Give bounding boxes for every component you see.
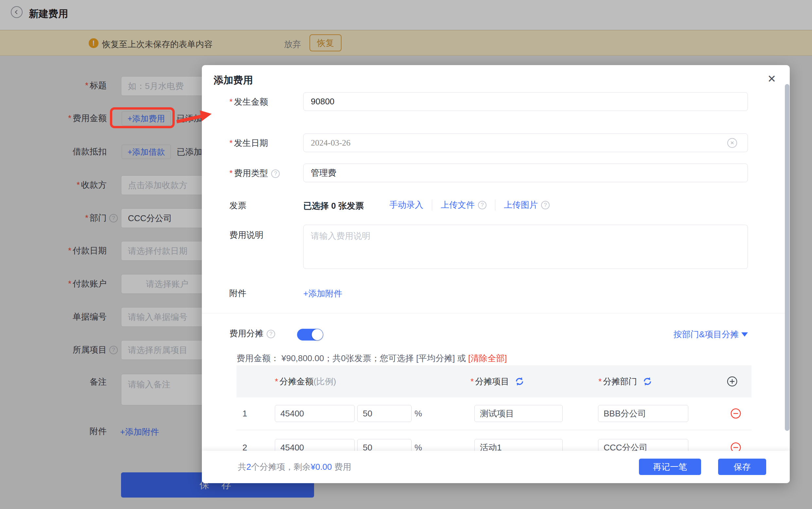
divider: [237, 430, 751, 430]
modal-attachment-label: 附件: [229, 288, 246, 298]
expense-type-select[interactable]: 管理费: [303, 164, 748, 182]
clear-date-icon[interactable]: ✕: [727, 138, 737, 148]
allocation-label: 费用分摊?: [229, 328, 275, 339]
required-star: *: [598, 376, 602, 387]
modal-footer: 共2个分摊项，剩余¥0.00 费用 再记一笔 保存: [202, 451, 790, 483]
refresh-department-icon[interactable]: [642, 376, 653, 387]
plus-circle-icon: [726, 376, 738, 387]
modal-add-attachment-link[interactable]: +添加附件: [303, 288, 342, 299]
upload-file-help-icon[interactable]: ?: [478, 201, 486, 209]
allocation-summary: 费用金额： ¥90,800.00；共0张发票；您可选择 [平均分摊] 或 [清除…: [237, 353, 507, 364]
col-amount-header: * 分摊金额 (比例): [275, 365, 336, 398]
upload-image-help-icon[interactable]: ?: [541, 201, 550, 209]
add-expense-modal: 添加费用 ✕ *发生金额 90800 *发生日期 2024-03-26 ✕ *费…: [202, 65, 790, 483]
remaining-amount: ¥0.00: [310, 462, 332, 472]
allocation-mode-dropdown[interactable]: 按部门&项目分摊: [674, 329, 748, 340]
expense-type-label: *费用类型?: [229, 168, 280, 178]
row-index: 1: [242, 405, 247, 422]
invoice-label: 发票: [229, 200, 246, 211]
occur-date-label: *发生日期: [229, 138, 268, 148]
col-project-header: * 分摊项目: [470, 365, 525, 398]
remove-row-button[interactable]: [730, 408, 741, 419]
arrow-annotation: [174, 108, 216, 128]
col-department-header: * 分摊部门: [598, 365, 653, 398]
ratio-subtitle: (比例): [313, 376, 336, 387]
alloc-ratio-input[interactable]: 50: [357, 405, 412, 422]
invoice-selected-text: 已选择 0 张发票: [303, 200, 364, 212]
required-star: *: [229, 97, 233, 107]
occur-amount-label: *发生金额: [229, 97, 268, 107]
clear-all-link[interactable]: [清除全部]: [468, 353, 507, 363]
screen: 新建费用 ! 恢复至上次未保存的表单内容 放弃 恢复 *标题 如：5月水电费 *…: [0, 0, 812, 509]
alloc-department-input[interactable]: BBB分公司: [598, 405, 688, 422]
close-icon[interactable]: ✕: [765, 72, 778, 86]
divider: [432, 200, 432, 211]
allocation-row: 1 45400 50 % 测试项目 BBB分公司: [237, 405, 751, 422]
allocation-footer-summary: 共2个分摊项，剩余¥0.00 费用: [238, 451, 351, 483]
chevron-down-icon: [741, 332, 748, 337]
required-star: *: [229, 168, 233, 178]
toggle-knob: [312, 329, 323, 340]
occur-date-input[interactable]: 2024-03-26: [303, 133, 748, 152]
modal-save-button[interactable]: 保存: [718, 459, 766, 475]
manual-entry-link[interactable]: 手动录入: [389, 199, 424, 211]
alloc-count: 2: [246, 462, 251, 472]
add-row-button[interactable]: [726, 365, 738, 398]
modal-title: 添加费用: [214, 74, 253, 87]
divider: [202, 313, 790, 313]
required-star: *: [229, 138, 233, 148]
divider: [495, 200, 495, 211]
record-another-button[interactable]: 再记一笔: [639, 459, 701, 475]
allocation-table-header: * 分摊金额 (比例) * 分摊项目 * 分摊部门: [237, 365, 751, 398]
highlight-box-annotation: [110, 107, 175, 128]
desc-label: 费用说明: [229, 230, 263, 240]
upload-image-link[interactable]: 上传图片: [504, 199, 538, 211]
expense-type-help-icon[interactable]: ?: [271, 169, 280, 178]
upload-file-link[interactable]: 上传文件: [441, 199, 475, 211]
required-star: *: [470, 376, 474, 387]
alloc-amount-input[interactable]: 45400: [275, 405, 354, 422]
desc-textarea[interactable]: 请输入费用说明: [303, 225, 748, 269]
allocation-toggle[interactable]: [297, 329, 323, 341]
required-star: *: [275, 376, 278, 387]
alloc-project-input[interactable]: 测试项目: [474, 405, 563, 422]
percent-sign: %: [414, 405, 422, 422]
invoice-count: 0: [331, 201, 336, 211]
modal-scrollbar[interactable]: [785, 84, 789, 431]
refresh-project-icon[interactable]: [514, 376, 525, 387]
invoice-actions: 手动录入 上传文件 ? 上传图片 ?: [389, 199, 550, 211]
allocation-help-icon[interactable]: ?: [267, 330, 275, 338]
occur-amount-input[interactable]: 90800: [303, 92, 748, 111]
